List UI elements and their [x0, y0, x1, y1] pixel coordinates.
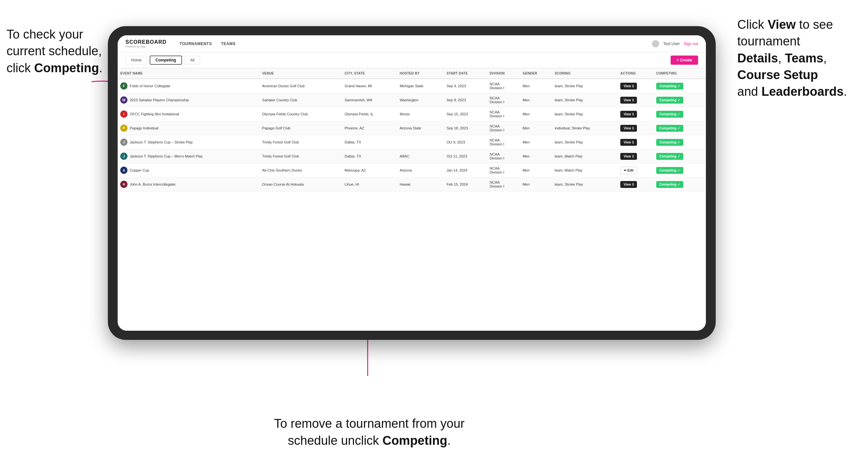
event-start: Jan 14, 2024	[444, 163, 487, 178]
view-button[interactable]: View ℹ	[620, 153, 637, 160]
event-competing[interactable]: Competing ✓	[654, 178, 706, 191]
competing-button[interactable]: Competing ✓	[656, 181, 683, 188]
event-scoring: team, Match Play	[552, 163, 618, 178]
event-name: John A. Burns Intercollegiate	[130, 182, 176, 186]
event-competing[interactable]: Competing ✓	[654, 135, 706, 149]
event-name-cell: J Jackson T. Stephens Cup – Men's Match …	[118, 149, 259, 163]
view-button[interactable]: View ℹ	[620, 97, 637, 103]
team-logo: I	[120, 111, 127, 118]
event-actions[interactable]: ✏ Edit	[618, 163, 654, 178]
event-hosted: Arizona State	[397, 121, 444, 135]
event-start: Sep 18, 2023	[444, 121, 487, 135]
edit-button[interactable]: ✏ Edit	[620, 167, 637, 174]
event-name-cell: W 2023 Sahalee Players Championship	[118, 93, 259, 107]
table-row: J Jackson T. Stephens Cup – Stroke Play …	[118, 135, 706, 149]
right-annotation: Click View to see tournament Details, Te…	[737, 16, 862, 100]
event-name: 2023 Sahalee Players Championship	[130, 98, 189, 102]
event-hosted: Washington	[397, 93, 444, 107]
competing-button[interactable]: Competing ✓	[656, 97, 683, 103]
event-city: Phoenix, AZ	[342, 121, 397, 135]
event-division: NCAA Division I	[487, 178, 520, 191]
nav-teams[interactable]: TEAMS	[221, 41, 236, 46]
view-button[interactable]: View ℹ	[620, 181, 637, 188]
event-division: NCAA Division I	[487, 93, 520, 107]
table-row: P Papago Individual Papago Golf ClubPhoe…	[118, 121, 706, 135]
event-division: NCAA Division I	[487, 135, 520, 149]
competing-button[interactable]: Competing ✓	[656, 83, 683, 90]
event-start: Oct 11, 2023	[444, 149, 487, 163]
event-actions[interactable]: View ℹ	[618, 93, 654, 107]
event-competing[interactable]: Competing ✓	[654, 163, 706, 178]
competing-button[interactable]: Competing ✓	[656, 167, 683, 174]
event-gender: Men	[520, 121, 552, 135]
view-button[interactable]: View ℹ	[620, 111, 637, 118]
event-venue: Ocean Course At Hokuala	[259, 178, 342, 191]
event-city: Dallas, TX	[342, 149, 397, 163]
competing-button[interactable]: Competing ✓	[656, 111, 683, 118]
event-actions[interactable]: View ℹ	[618, 149, 654, 163]
event-venue: Papago Golf Club	[259, 121, 342, 135]
table-container: EVENT NAME VENUE CITY, STATE HOSTED BY S…	[118, 68, 706, 331]
event-name-cell: I OFCC Fighting Illini Invitational	[118, 107, 259, 121]
filter-bar: Home Competing All + Create	[118, 52, 706, 68]
event-city: Dallas, TX	[342, 135, 397, 149]
event-name-cell: H John A. Burns Intercollegiate	[118, 178, 259, 191]
event-competing[interactable]: Competing ✓	[654, 79, 706, 93]
brand: SCOREBOARD Powered by clipp	[125, 39, 167, 48]
filter-competing-button[interactable]: Competing	[150, 56, 182, 65]
tablet-screen: SCOREBOARD Powered by clipp TOURNAMENTS …	[118, 35, 706, 331]
event-actions[interactable]: View ℹ	[618, 107, 654, 121]
col-city: CITY, STATE	[342, 68, 397, 79]
view-button[interactable]: View ℹ	[620, 139, 637, 146]
user-name: Test User	[663, 41, 680, 46]
col-division: DIVISION	[487, 68, 520, 79]
team-logo: F	[120, 82, 127, 90]
event-city: Lihue, HI	[342, 178, 397, 191]
competing-button[interactable]: Competing ✓	[656, 125, 683, 132]
event-city: Grand Haven, MI	[342, 79, 397, 93]
event-actions[interactable]: View ℹ	[618, 135, 654, 149]
event-gender: Men	[520, 135, 552, 149]
team-logo: W	[120, 96, 127, 103]
event-scoring: team, Stroke Play	[552, 178, 618, 191]
competing-button[interactable]: Competing ✓	[656, 153, 683, 160]
navbar: SCOREBOARD Powered by clipp TOURNAMENTS …	[118, 35, 706, 52]
event-gender: Men	[520, 149, 552, 163]
event-competing[interactable]: Competing ✓	[654, 107, 706, 121]
signout-link[interactable]: Sign out	[684, 41, 698, 46]
create-button[interactable]: + Create	[671, 56, 698, 65]
event-competing[interactable]: Competing ✓	[654, 121, 706, 135]
filter-home-button[interactable]: Home	[125, 56, 147, 64]
event-gender: Men	[520, 93, 552, 107]
competing-button[interactable]: Competing ✓	[656, 139, 683, 146]
event-division: NCAA Division I	[487, 107, 520, 121]
event-competing[interactable]: Competing ✓	[654, 149, 706, 163]
event-competing[interactable]: Competing ✓	[654, 93, 706, 107]
table-row: A Copper Cup Ak-Chin Southern DunesMaric…	[118, 163, 706, 178]
event-name: Jackson T. Stephens Cup – Men's Match Pl…	[130, 154, 203, 158]
event-scoring: team, Stroke Play	[552, 93, 618, 107]
event-actions[interactable]: View ℹ	[618, 121, 654, 135]
filter-all-button[interactable]: All	[185, 56, 200, 64]
col-competing: COMPETING	[654, 68, 706, 79]
team-logo: J	[120, 138, 127, 146]
event-hosted: Hawaii	[397, 178, 444, 191]
event-scoring: team, Stroke Play	[552, 79, 618, 93]
nav-tournaments[interactable]: TOURNAMENTS	[180, 41, 212, 46]
event-scoring: team, Stroke Play	[552, 107, 618, 121]
event-city: Sammamish, WA	[342, 93, 397, 107]
event-actions[interactable]: View ℹ	[618, 79, 654, 93]
view-button[interactable]: View ℹ	[620, 125, 637, 132]
nav-right: Test User Sign out	[652, 40, 698, 48]
event-hosted: ABAC	[397, 149, 444, 163]
col-event-name: EVENT NAME	[118, 68, 259, 79]
bottom-annotation: To remove a tournament from your schedul…	[268, 415, 471, 449]
event-actions[interactable]: View ℹ	[618, 178, 654, 191]
event-venue: Trinity Forest Golf Club	[259, 135, 342, 149]
event-name: Copper Cup	[130, 168, 149, 172]
event-name: Papago Individual	[130, 126, 158, 130]
event-start: Sep 4, 2023	[444, 79, 487, 93]
event-venue: Ak-Chin Southern Dunes	[259, 163, 342, 178]
view-button[interactable]: View ℹ	[620, 83, 637, 90]
event-hosted	[397, 135, 444, 149]
